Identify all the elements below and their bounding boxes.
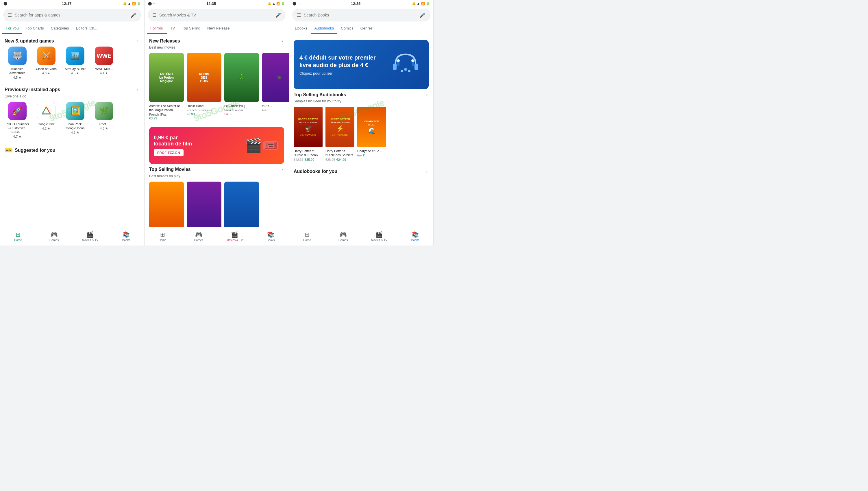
nav-books-label-3: Books bbox=[411, 238, 419, 242]
search-input-3[interactable] bbox=[304, 13, 417, 17]
movie-4[interactable]: 🎬 In Sa... Fren... bbox=[262, 53, 289, 120]
nav-games-2[interactable]: 🎮 Games bbox=[181, 229, 217, 243]
nav-home-label-1: Home bbox=[14, 238, 22, 242]
movie-asterix[interactable]: ASTÉRIXLa PotionMagique Asterix: The Sec… bbox=[149, 53, 184, 120]
mic-icon-2[interactable]: 🎤 bbox=[275, 12, 281, 18]
app-klondike[interactable]: 🐺 Klondike Adventures 4.5 ★ bbox=[5, 47, 30, 80]
status-right-2: 🔔 ▲ 📶 🔋 bbox=[267, 2, 285, 5]
nav-movies-1[interactable]: 🎬 Movies & TV bbox=[72, 229, 109, 243]
nav-books-2[interactable]: 📚 Books bbox=[252, 229, 289, 243]
promo-icon: 🎬🎟️ bbox=[245, 137, 279, 153]
tab-comics[interactable]: Comics bbox=[337, 23, 357, 34]
nav-home-1[interactable]: ⊞ Home bbox=[0, 229, 36, 243]
promo-banner-movies[interactable]: 0,99 € parlocation de film PROFITEZ-EN 🎬… bbox=[149, 127, 284, 164]
nav-games-3[interactable]: 🎮 Games bbox=[325, 229, 361, 243]
tab-ebooks[interactable]: Ebooks bbox=[291, 23, 311, 34]
book-fran[interactable]: CHARYBDE et Sc... 🌊 Charybde et Sc... €.… bbox=[357, 107, 386, 161]
search-input-1[interactable] bbox=[15, 13, 128, 17]
svg-point-5 bbox=[397, 59, 400, 62]
app-rating-iconpack: 4.3 ★ bbox=[71, 131, 79, 135]
audio-promo-svg bbox=[390, 49, 421, 80]
search-input-2[interactable] bbox=[159, 13, 272, 17]
tab-for-you-1[interactable]: For You bbox=[2, 23, 22, 34]
section-arrow-prev[interactable]: → bbox=[134, 86, 140, 93]
search-bar-1[interactable]: ☰ 🎤 bbox=[3, 9, 141, 21]
tab-top-selling[interactable]: Top Selling bbox=[178, 23, 204, 34]
movie-robin[interactable]: ROBINDESBOIS Robin Hood French (France) … bbox=[187, 53, 221, 120]
nav-home-2[interactable]: ⊞ Home bbox=[145, 229, 181, 243]
nav-home-label-2: Home bbox=[159, 238, 167, 242]
app-rating-clash: 4.6 ★ bbox=[42, 71, 50, 75]
hamburger-icon-2[interactable]: ☰ bbox=[152, 12, 156, 18]
hamburger-icon-1[interactable]: ☰ bbox=[8, 12, 12, 18]
app-icon-pack[interactable]: 🖼️ Icon Pack: Google Icons 4.3 ★ bbox=[62, 102, 88, 139]
section-arrow-new-games[interactable]: → bbox=[134, 37, 140, 44]
app-poco[interactable]: 🚀 POCO Launcher - Customize, Fresh ... 4… bbox=[5, 102, 30, 139]
tab-categories[interactable]: Categories bbox=[48, 23, 72, 34]
movie-poster-ts-2 bbox=[187, 181, 221, 227]
nav-home-3[interactable]: ⊞ Home bbox=[289, 229, 325, 243]
tabs-2: For You TV Top Selling New Release bbox=[145, 23, 289, 34]
nav-games-1[interactable]: 🎮 Games bbox=[36, 229, 72, 243]
circle-icon-5: ⬤ bbox=[293, 1, 296, 5]
promo-button[interactable]: PROFITEZ-EN bbox=[154, 149, 183, 156]
movie-ts-2[interactable] bbox=[187, 181, 221, 227]
audio-promo-link[interactable]: Cliquez pour utiliser bbox=[299, 71, 388, 76]
search-bar-2[interactable]: ☰ 🎤 bbox=[148, 9, 285, 21]
app-icon-google-one bbox=[37, 102, 56, 120]
root-icon: 🌿 bbox=[95, 102, 113, 120]
nav-movies-3[interactable]: 🎬 Movies & TV bbox=[361, 229, 397, 243]
section-audio-for-you: Audiobooks for you → bbox=[289, 168, 433, 176]
section-header-audio-for-you: Audiobooks for you → bbox=[289, 168, 433, 176]
svg-point-2 bbox=[404, 68, 407, 71]
movie-ts-3[interactable] bbox=[224, 181, 259, 227]
tabs-1: For You Top Charts Categories Editors' C… bbox=[0, 23, 144, 34]
apps-row-prev: 🚀 POCO Launcher - Customize, Fresh ... 4… bbox=[0, 100, 144, 140]
tab-new-release[interactable]: New Release bbox=[204, 23, 233, 34]
circle-icon-2: ○ bbox=[8, 1, 10, 5]
mic-icon-3[interactable]: 🎤 bbox=[420, 12, 425, 18]
app-clash[interactable]: ⚔️ Clash of Clans 4.6 ★ bbox=[33, 47, 59, 80]
tab-audiobooks[interactable]: Audiobooks bbox=[311, 23, 337, 34]
section-arrow-releases[interactable]: → bbox=[278, 37, 284, 44]
tab-editors-choice[interactable]: Editors' Ch... bbox=[72, 23, 101, 34]
nav-books-1[interactable]: 📚 Books bbox=[108, 229, 144, 243]
section-arrow-top-selling[interactable]: → bbox=[278, 166, 284, 173]
hamburger-icon-3[interactable]: ☰ bbox=[297, 12, 301, 18]
section-arrow-top-audio[interactable]: → bbox=[423, 91, 429, 98]
tab-genres[interactable]: Genres bbox=[357, 23, 376, 34]
nav-movies-label-2: Movies & TV bbox=[227, 238, 243, 242]
movie-title-robin: Robin Hood bbox=[187, 104, 221, 108]
tab-top-charts[interactable]: Top Charts bbox=[22, 23, 48, 34]
app-root[interactable]: 🌿 Root... 4.5 ★ bbox=[91, 102, 117, 139]
nav-movies-2[interactable]: 🎬 Movies & TV bbox=[217, 229, 253, 243]
section-title-top-audio: Top Selling Audiobooks bbox=[294, 92, 346, 97]
search-bar-3[interactable]: ☰ 🎤 bbox=[293, 9, 430, 21]
bell-icon-3: 🔔 bbox=[412, 2, 416, 5]
section-top-audiobooks: Top Selling Audiobooks → Samples include… bbox=[289, 91, 433, 163]
section-title-top-selling: Top Selling Movies bbox=[149, 167, 191, 172]
movie-grinch[interactable]: 🎄 Le Grinch (VF) French audio €4.99 bbox=[224, 53, 259, 120]
status-bar-1: ⬤ ○ 12:17 🔔 ▲ 📶 🔋 bbox=[0, 0, 144, 7]
tab-tv[interactable]: TV bbox=[167, 23, 179, 34]
status-right-3: 🔔 ▲ 📶 🔋 bbox=[412, 2, 430, 5]
mic-icon-1[interactable]: 🎤 bbox=[131, 12, 137, 18]
audio-promo-banner[interactable]: 4 € déduit sur votre premier livre audio… bbox=[294, 40, 429, 89]
book-price-sale-hp1: €35.99 bbox=[305, 158, 315, 161]
section-new-releases: New Releases → Best new movies ASTÉRIXLa… bbox=[145, 37, 289, 121]
section-title-new-games: New & updated games bbox=[5, 38, 54, 44]
movie-sub-4: Fren... bbox=[262, 109, 289, 112]
circle-icon-4: ○ bbox=[153, 1, 155, 5]
section-arrow-audio-for-you[interactable]: → bbox=[423, 168, 429, 175]
app-wwe[interactable]: WWE WWE Mult... 4.4 ★ bbox=[91, 47, 117, 80]
nav-books-3[interactable]: 📚 Books bbox=[397, 229, 433, 243]
app-simcity[interactable]: 🏙️ SimCity BuildIt 4.5 ★ bbox=[62, 47, 88, 80]
tab-for-you-2[interactable]: For You bbox=[147, 23, 167, 34]
app-google-one[interactable]: Google One 4.2 ★ bbox=[33, 102, 59, 139]
movie-ts-1[interactable] bbox=[149, 181, 184, 227]
book-hp2[interactable]: HARRY POTTER l'École des Sorciers ⚡ J.K.… bbox=[326, 107, 354, 161]
circle-icon-6: ○ bbox=[297, 1, 299, 5]
book-cover-hp1: HARRY POTTER l'Ordre du Phénix 🦅 J.K. RO… bbox=[294, 107, 323, 147]
book-hp1[interactable]: HARRY POTTER l'Ordre du Phénix 🦅 J.K. RO… bbox=[294, 107, 323, 161]
app-icon-root: 🌿 bbox=[95, 102, 113, 120]
